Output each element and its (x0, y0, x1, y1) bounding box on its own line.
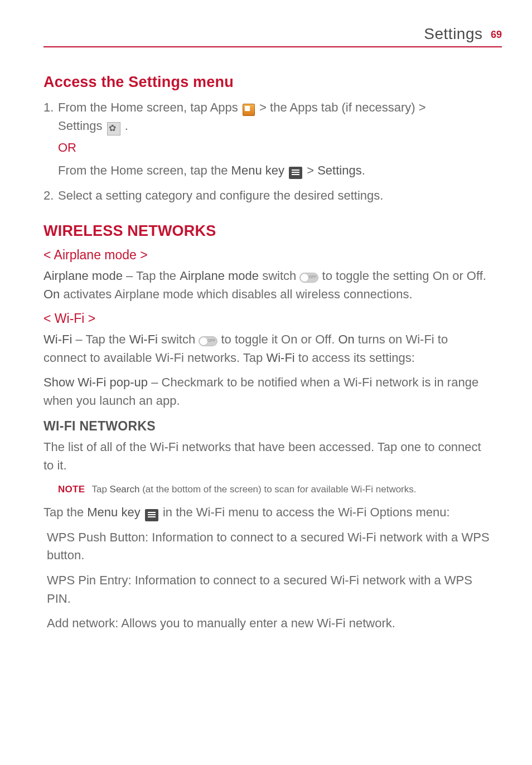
heading-wifi: < Wi-Fi > (43, 311, 491, 326)
airplane-text-3: to toggle the setting On or Off. (318, 269, 486, 283)
step-1: 1. From the Home screen, tap Apps > the … (43, 99, 491, 135)
wps-pin-entry-item: WPS Pin Entry: Information to connect to… (47, 572, 491, 608)
heading-airplane-mode: < Airplane mode > (43, 248, 491, 263)
wifi-opt-c: in the Wi-Fi menu to access the Wi-Fi Op… (159, 505, 450, 519)
note-label: NOTE (58, 484, 85, 495)
wifi-paragraph-2: Show Wi-Fi pop-up – Checkmark to be noti… (43, 374, 491, 410)
alt-settings-label: Settings (317, 163, 362, 177)
airplane-text-2: switch (259, 269, 299, 283)
wps-pin-bold: WPS Pin Entry (47, 573, 128, 587)
wps-push-button-item: WPS Push Button: Information to connect … (47, 529, 491, 565)
section-title: Settings (424, 25, 482, 42)
toggle-switch-icon (299, 273, 318, 283)
wifi-text-1: – Tap the (72, 332, 129, 346)
heading-wireless-networks: WIRELESS NETWORKS (43, 222, 491, 240)
wifi-bold-4: Wi-Fi (266, 351, 294, 365)
airplane-bold-3: On (43, 287, 60, 301)
wifi-bold-1: Wi-Fi (43, 332, 72, 346)
step-1-apps-tab: Apps (290, 100, 318, 114)
step-1-text-c: > the (259, 100, 289, 114)
note-row: NOTETap Search (at the bottom of the scr… (58, 483, 491, 496)
step-2-number: 2. (43, 187, 54, 205)
add-network-item: Add network: Allows you to manually ente… (47, 614, 491, 633)
airplane-text-4: activates Airplane mode which disables a… (60, 287, 412, 301)
or-label: OR (58, 141, 491, 155)
alt-text-b: > (303, 163, 317, 177)
wifi-opt-menu-label: Menu key (87, 505, 140, 519)
wifi-bold-3: On (338, 332, 354, 346)
wifi-text-2: switch (158, 332, 199, 346)
step-2: 2. Select a setting category and configu… (43, 187, 491, 205)
note-text-a: Tap (91, 484, 109, 495)
wifi-options-intro: Tap the Menu key in the Wi-Fi menu to ac… (43, 503, 491, 522)
heading-wifi-networks: WI-FI NETWORKS (43, 419, 491, 434)
note-bold: Search (110, 484, 140, 495)
airplane-text-1: – Tap the (123, 269, 180, 283)
wifi-networks-paragraph: The list of all of the Wi-Fi networks th… (43, 438, 491, 475)
step-1-text-e: . (122, 119, 128, 133)
toggle-switch-icon (199, 336, 217, 346)
step-1-settings-label: Settings (58, 119, 103, 133)
wifi-bold-2: Wi-Fi (129, 332, 158, 346)
airplane-mode-paragraph: Airplane mode – Tap the Airplane mode sw… (43, 267, 491, 303)
alt-step: From the Home screen, tap the Menu key >… (43, 162, 491, 180)
step-1-number: 1. (43, 99, 54, 117)
wifi-paragraph-1: Wi-Fi – Tap the Wi-Fi switch to toggle i… (43, 331, 491, 367)
alt-text-a: From the Home screen, tap the (58, 163, 231, 177)
alt-text-c: . (362, 163, 365, 177)
step-1-apps-label: Apps (210, 100, 238, 114)
wps-push-bold: WPS Push Button (47, 530, 145, 544)
alt-menu-label: Menu key (231, 163, 284, 177)
apps-icon (243, 104, 255, 116)
menu-key-icon (289, 167, 302, 179)
add-network-bold: Add network (47, 616, 115, 630)
wifi-text-5: to access its settings: (295, 351, 415, 365)
note-text-c: (at the bottom of the screen) to scan fo… (139, 484, 416, 495)
step-2-text: Select a setting category and configure … (58, 188, 383, 202)
heading-access-settings: Access the Settings menu (43, 74, 491, 91)
wifi-popup-bold: Show Wi-Fi pop-up (43, 375, 148, 389)
page-number: 69 (491, 29, 502, 40)
wifi-opt-a: Tap the (43, 505, 87, 519)
menu-key-icon (145, 509, 158, 521)
airplane-bold-2: Airplane mode (180, 269, 259, 283)
airplane-bold-1: Airplane mode (43, 269, 123, 283)
page-header: Settings 69 (43, 25, 502, 47)
step-1-text-a: From the Home screen, tap (58, 100, 210, 114)
add-network-text: : Allows you to manually enter a new Wi-… (115, 616, 395, 630)
settings-icon (107, 122, 120, 135)
page-content: Access the Settings menu 1. From the Hom… (43, 74, 491, 640)
step-1-text-d: tab (if necessary) > (318, 100, 426, 114)
wifi-text-3: to toggle it On or Off. (217, 332, 338, 346)
